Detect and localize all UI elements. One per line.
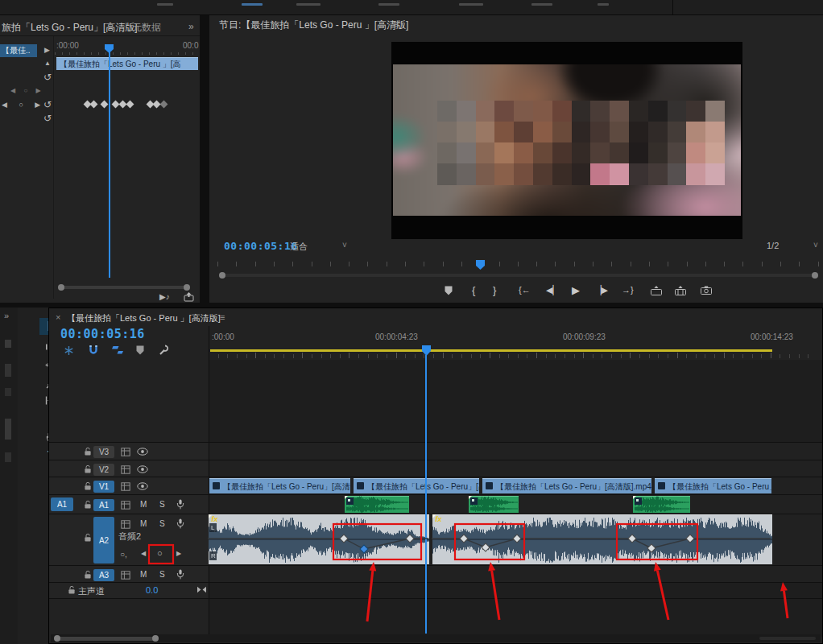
scrollbar-handle-right[interactable] — [152, 635, 159, 642]
workspace-tab-remnant — [531, 3, 552, 6]
track-content-v2[interactable] — [209, 460, 822, 477]
mute-track-button[interactable]: M — [140, 500, 147, 509]
keyframe-diamond-icon[interactable] — [126, 101, 134, 109]
play-audio-icon[interactable]: ▶♪ — [159, 292, 170, 301]
export-frame-camera-icon[interactable] — [701, 286, 712, 295]
track-lock-icon[interactable] — [84, 500, 92, 510]
lift-icon[interactable] — [651, 286, 662, 295]
timeline-h-scrollbar[interactable] — [51, 634, 821, 642]
music-audio-clip[interactable] — [432, 514, 772, 564]
track-content-v3[interactable] — [209, 443, 822, 460]
program-scrubber-ruler[interactable] — [217, 261, 818, 267]
solo-track-button[interactable]: S — [159, 519, 165, 528]
track-target-a3[interactable]: A3 — [93, 569, 114, 581]
collapsed-project-panel[interactable]: » — [0, 308, 19, 644]
scrollbar-handle-left[interactable] — [58, 284, 64, 291]
video-clip[interactable]: 【最佳旅拍「Lets Go - Peru」[高清版 — [655, 478, 771, 493]
toggle-track-output-eye-icon[interactable] — [137, 482, 148, 490]
sfx-audio-clip[interactable] — [469, 496, 519, 513]
ecp-zoom-scrollbar[interactable] — [55, 284, 200, 291]
track-lock-icon[interactable] — [84, 533, 92, 543]
voiceover-record-mic-icon[interactable] — [176, 569, 184, 580]
track-target-a2[interactable]: A2 — [93, 517, 114, 564]
resolution-chevron-icon[interactable]: ˅ — [813, 241, 818, 250]
program-playhead-marker[interactable] — [476, 260, 485, 270]
sync-lock-icon[interactable] — [121, 571, 130, 580]
tab-program-monitor[interactable]: 节目:【最佳旅拍「Lets Go - Peru 」[高清版] — [219, 19, 408, 32]
source-patch-a1[interactable]: A1 — [51, 497, 73, 511]
add-marker-icon[interactable] — [445, 286, 453, 295]
ruler-tick — [236, 262, 237, 266]
keyframe-diamond-icon[interactable] — [90, 101, 98, 109]
scrollbar-handle-right[interactable] — [184, 284, 190, 291]
voiceover-record-mic-icon[interactable] — [176, 518, 184, 529]
sfx-audio-clip[interactable] — [345, 496, 409, 513]
sync-lock-icon[interactable] — [121, 501, 130, 510]
toggle-track-output-eye-icon[interactable] — [137, 448, 148, 456]
track-target-v2[interactable]: V2 — [93, 464, 114, 476]
scrollbar-handle-left[interactable] — [54, 635, 60, 642]
export-icon[interactable] — [184, 292, 194, 302]
ecp-playhead-marker[interactable] — [105, 44, 114, 53]
ruler-tick — [611, 262, 612, 266]
scrollbar-handle-left[interactable] — [219, 272, 225, 279]
extract-icon[interactable] — [675, 286, 686, 295]
video-clip[interactable]: 【最佳旅拍「Lets Go - Peru」[高清版].mp4 — [482, 478, 651, 493]
add-remove-keyframe-icon[interactable]: ○ — [157, 548, 163, 558]
sync-lock-icon[interactable] — [121, 520, 130, 529]
go-to-out-icon[interactable]: →} — [622, 285, 634, 295]
mute-track-button[interactable]: M — [140, 570, 147, 579]
track-target-a1[interactable]: A1 — [93, 499, 114, 511]
go-to-in-icon[interactable]: {← — [519, 285, 531, 295]
track-target-v3[interactable]: V3 — [93, 446, 114, 458]
program-timecode[interactable]: 00:00:05:16 — [224, 240, 298, 252]
master-meter-icon[interactable] — [196, 586, 207, 593]
sfx-audio-clip[interactable] — [633, 496, 690, 513]
keyframe-diamond-icon[interactable] — [160, 101, 168, 109]
keyframe-diamond-icon[interactable] — [101, 101, 109, 109]
timeline-playhead-marker[interactable] — [422, 345, 431, 356]
track-lock-icon[interactable] — [84, 464, 92, 474]
zoom-level-select[interactable]: 适合 — [290, 241, 308, 253]
next-keyframe-icon[interactable]: ▶ — [176, 550, 181, 557]
track-target-v1[interactable]: V1 — [93, 481, 114, 493]
program-zoom-scrollbar[interactable] — [217, 272, 818, 279]
track-content-a3[interactable] — [209, 566, 822, 582]
playback-resolution-select[interactable]: 1/2 — [767, 241, 779, 250]
track-lock-icon[interactable] — [68, 585, 76, 595]
panel-expand-chevron-icon[interactable]: » — [4, 311, 9, 320]
solo-track-button[interactable]: S — [159, 570, 165, 579]
video-clip[interactable]: 【最佳旅拍「Lets Go - Peru」[高清版 — [209, 478, 350, 493]
scrollbar-track[interactable] — [222, 274, 813, 277]
video-clip[interactable]: 【最佳旅拍「Lets Go - Peru」[高 — [354, 478, 479, 493]
scrollbar-handle-right[interactable] — [812, 272, 818, 279]
step-forward-icon[interactable]: ▕▶ — [594, 285, 608, 295]
mark-out-icon[interactable]: } — [493, 284, 496, 296]
mosaic-cell — [476, 122, 495, 143]
track-lock-icon[interactable] — [84, 570, 92, 580]
mark-in-icon[interactable]: { — [472, 284, 475, 296]
sync-lock-icon[interactable] — [121, 465, 130, 474]
ecp-playhead-line[interactable] — [109, 44, 110, 278]
panel-menu-icon[interactable]: ≡ — [393, 19, 399, 30]
sync-lock-icon[interactable] — [121, 482, 130, 491]
scrollbar-thumb[interactable] — [57, 637, 155, 641]
solo-track-button[interactable]: S — [159, 500, 165, 509]
scrollbar-track[interactable] — [61, 286, 187, 289]
zoom-select-chevron-icon[interactable]: ˅ — [342, 241, 347, 250]
mute-track-button[interactable]: M — [140, 519, 147, 528]
workspace-tab-remnant — [296, 3, 321, 6]
step-back-icon[interactable]: ◀▏ — [546, 285, 560, 295]
sync-lock-icon[interactable] — [121, 448, 130, 456]
master-volume-value[interactable]: 0.0 — [146, 585, 158, 595]
toggle-track-output-eye-icon[interactable] — [137, 465, 148, 473]
keyframe-type-icon[interactable]: ○, — [120, 550, 127, 559]
track-lock-icon[interactable] — [84, 481, 92, 491]
previous-keyframe-icon[interactable]: ◀ — [141, 550, 146, 557]
track-lock-icon[interactable] — [84, 447, 92, 456]
play-button-icon[interactable]: ▶ — [572, 284, 580, 296]
music-audio-clip[interactable] — [209, 514, 429, 564]
voiceover-record-mic-icon[interactable] — [176, 499, 184, 510]
mosaic-cell — [476, 101, 495, 122]
timeline-playhead-line[interactable] — [425, 355, 427, 634]
